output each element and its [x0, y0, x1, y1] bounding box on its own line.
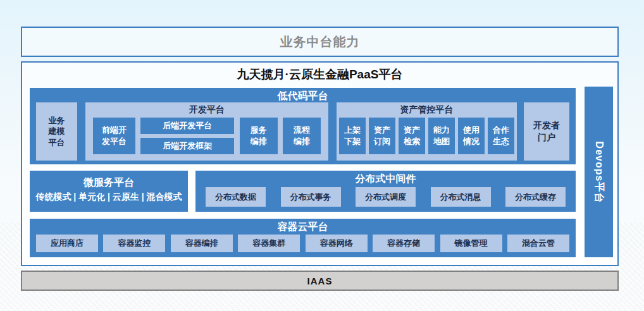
backend-stack: 后端开发平台 后端开发框架: [140, 118, 234, 154]
developer-portal-label: 开发者门户: [533, 119, 560, 143]
asset-item-subscribe-label: 资产订阅: [374, 125, 391, 147]
iaas-label: IAAS: [307, 276, 333, 286]
container-network-box: 容器网络: [306, 235, 368, 252]
backend-dev-framework-box: 后端开发框架: [140, 138, 234, 154]
business-midplatform-capability-box: 业务中台能力: [21, 27, 619, 57]
container-cluster-box: 容器集群: [238, 235, 300, 252]
asset-management-items: 上架下架 资产订阅 资产检索 能力地图 使用情况 合作生态: [337, 118, 517, 158]
process-orchestration-label: 流程编排: [294, 125, 311, 147]
image-management-box: 镜像管理: [440, 235, 502, 252]
dev-platform-items: 前端开发平台 后端开发平台 后端开发框架 服务编排 流程编排: [85, 118, 328, 158]
lowcode-platform-title: 低代码平台: [30, 88, 576, 102]
container-monitor-box: 容器监控: [103, 235, 165, 252]
container-cloud-section: 容器云平台 应用商店 容器监控 容器编排 容器集群 容器网络 容器存储 镜像管理…: [30, 219, 576, 257]
distributed-middleware-title: 分布式中间件: [195, 171, 576, 185]
asset-item-shelf-box: 上架下架: [339, 118, 366, 154]
business-modeling-platform-label: 业务建模平台: [48, 115, 65, 149]
business-modeling-platform-box: 业务建模平台: [36, 102, 77, 161]
container-orchestration-box: 容器编排: [171, 235, 233, 252]
asset-item-search-box: 资产检索: [399, 118, 425, 154]
asset-item-usage-box: 使用情况: [458, 118, 485, 154]
microservice-platform-section: 微服务平台 传统模式 | 单元化 | 云原生 | 混合模式: [30, 171, 188, 212]
asset-management-group: 资产管控平台 上架下架 资产订阅 资产检索 能力地图 使用情况: [337, 102, 517, 161]
distributed-middleware-section: 分布式中间件 分布式数据 分布式事务 分布式调度 分布式消息 分布式缓存: [195, 171, 576, 212]
devops-platform-bar: Devops平台: [585, 87, 613, 257]
asset-item-subscribe-box: 资产订阅: [369, 118, 395, 154]
iaas-bar: IAAS: [21, 271, 619, 291]
backend-dev-platform-box: 后端开发平台: [140, 118, 234, 134]
asset-item-search-label: 资产检索: [404, 125, 421, 147]
middleware-cache-box: 分布式缓存: [505, 187, 566, 207]
lowcode-platform-section: 低代码平台 业务建模平台 开发平台 前端开发平台 后端开发平台 后端开发框架 服…: [30, 88, 576, 164]
architecture-diagram: 业务中台能力 九天揽月·云原生金融PaaS平台 低代码平台 业务建模平台 开发平…: [0, 0, 644, 311]
microservice-modes: 传统模式 | 单元化 | 云原生 | 混合模式: [30, 189, 188, 203]
frontend-dev-platform-label: 前端开发平台: [102, 125, 127, 147]
asset-item-capability-map-label: 能力地图: [433, 125, 450, 147]
middleware-data-box: 分布式数据: [206, 187, 266, 207]
service-orchestration-label: 服务编排: [250, 125, 267, 147]
devops-platform-label: Devops平台: [592, 141, 605, 203]
middleware-message-box: 分布式消息: [431, 187, 491, 207]
developer-portal-box: 开发者门户: [524, 102, 569, 161]
container-cloud-items: 应用商店 容器监控 容器编排 容器集群 容器网络 容器存储 镜像管理 混合云管: [30, 235, 576, 252]
microservice-platform-title: 微服务平台: [30, 171, 188, 189]
dev-platform-group: 开发平台 前端开发平台 后端开发平台 后端开发框架 服务编排 流程编排: [85, 102, 328, 161]
asset-item-ecosystem-label: 合作生态: [493, 125, 510, 147]
paas-platform-container: 九天揽月·云原生金融PaaS平台 低代码平台 业务建模平台 开发平台 前端开发平…: [21, 61, 619, 266]
app-store-box: 应用商店: [36, 235, 98, 252]
frontend-dev-platform-box: 前端开发平台: [93, 118, 135, 154]
process-orchestration-box: 流程编排: [283, 118, 321, 154]
business-midplatform-capability-label: 业务中台能力: [280, 34, 360, 51]
dev-platform-title: 开发平台: [85, 102, 328, 115]
asset-item-ecosystem-box: 合作生态: [488, 118, 514, 154]
asset-item-shelf-label: 上架下架: [344, 125, 361, 147]
service-orchestration-box: 服务编排: [240, 118, 278, 154]
container-storage-box: 容器存储: [373, 235, 435, 252]
platform-title: 九天揽月·云原生金融PaaS平台: [22, 66, 617, 83]
middleware-transaction-box: 分布式事务: [281, 187, 341, 207]
container-cloud-title: 容器云平台: [30, 219, 576, 233]
asset-item-usage-label: 使用情况: [463, 125, 480, 147]
hybrid-cloud-mgmt-box: 混合云管: [507, 235, 569, 252]
middleware-scheduling-box: 分布式调度: [356, 187, 416, 207]
distributed-middleware-items: 分布式数据 分布式事务 分布式调度 分布式消息 分布式缓存: [195, 187, 576, 207]
asset-item-capability-map-box: 能力地图: [428, 118, 455, 154]
asset-management-title: 资产管控平台: [337, 102, 517, 115]
